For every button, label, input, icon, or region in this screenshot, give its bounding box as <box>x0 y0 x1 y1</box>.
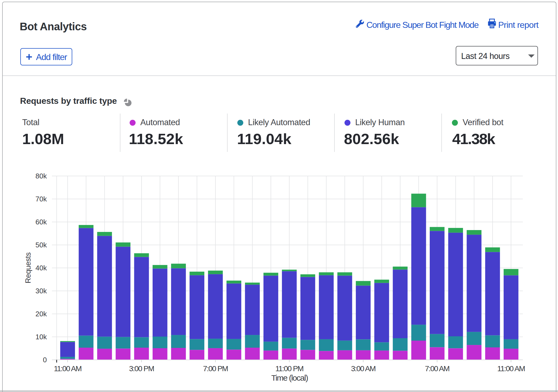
svg-text:7:00 AM: 7:00 AM <box>425 364 449 373</box>
svg-text:40k: 40k <box>35 264 47 272</box>
svg-text:11:00 AM: 11:00 AM <box>497 364 525 373</box>
svg-text:11:00 AM: 11:00 AM <box>54 364 81 373</box>
svg-text:0: 0 <box>43 356 47 364</box>
svg-text:11:00 PM: 11:00 PM <box>275 364 303 373</box>
svg-text:Time (local): Time (local) <box>271 373 308 382</box>
svg-text:20k: 20k <box>35 310 47 318</box>
svg-text:Requests: Requests <box>24 253 32 283</box>
svg-text:10k: 10k <box>35 333 47 341</box>
svg-text:70k: 70k <box>35 195 47 203</box>
svg-text:80k: 80k <box>35 172 47 180</box>
svg-text:30k: 30k <box>35 287 47 295</box>
svg-text:7:00 PM: 7:00 PM <box>203 364 228 373</box>
svg-text:60k: 60k <box>35 218 47 226</box>
svg-text:50k: 50k <box>35 241 47 249</box>
svg-text:3:00 PM: 3:00 PM <box>129 364 154 373</box>
svg-text:3:00 AM: 3:00 AM <box>351 364 376 373</box>
